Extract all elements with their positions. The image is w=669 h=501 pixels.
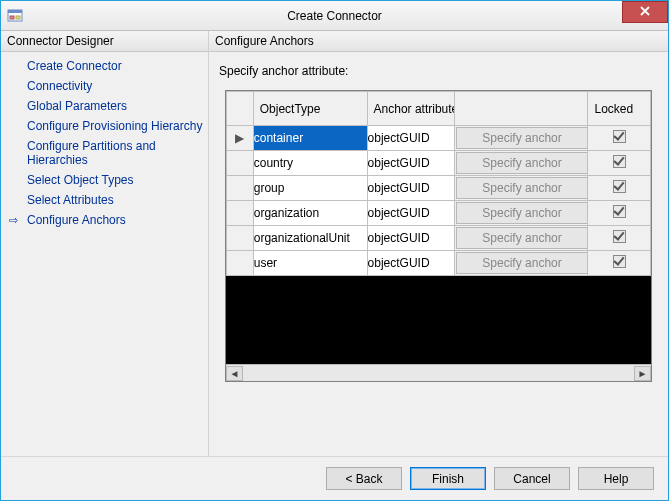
body: Connector Designer Create ConnectorConne… xyxy=(1,31,668,456)
svg-rect-3 xyxy=(16,16,20,19)
row-header[interactable]: ▶ xyxy=(227,126,254,151)
sidebar-item[interactable]: Select Object Types xyxy=(11,170,208,190)
cell-anchor[interactable]: objectGUID xyxy=(367,176,454,201)
help-button[interactable]: Help xyxy=(578,467,654,490)
locked-checkbox[interactable] xyxy=(613,230,626,243)
row-header[interactable] xyxy=(227,176,254,201)
grid-header-locked[interactable]: Locked xyxy=(588,92,651,126)
dialog-window: Create Connector Connector Designer Crea… xyxy=(0,0,669,501)
sidebar-item-label: Connectivity xyxy=(27,79,92,93)
scroll-left-icon[interactable]: ◄ xyxy=(226,366,243,381)
locked-checkbox[interactable] xyxy=(613,205,626,218)
cell-locked xyxy=(588,251,651,276)
grid-header-action[interactable] xyxy=(454,92,588,126)
table-row[interactable]: organizationobjectGUIDSpecify anchor xyxy=(227,201,651,226)
sidebar-item-label: Global Parameters xyxy=(27,99,127,113)
sidebar-item-label: Configure Provisioning Hierarchy xyxy=(27,119,202,133)
specify-anchor-button[interactable]: Specify anchor xyxy=(456,177,588,199)
main-panel: Configure Anchors Specify anchor attribu… xyxy=(209,31,668,456)
row-header[interactable] xyxy=(227,226,254,251)
grid-header-rowselector xyxy=(227,92,254,126)
sidebar-item-label: Configure Partitions and Hierarchies xyxy=(27,139,156,167)
cell-action: Specify anchor xyxy=(454,151,588,176)
cancel-button[interactable]: Cancel xyxy=(494,467,570,490)
cell-anchor[interactable]: objectGUID xyxy=(367,151,454,176)
row-header[interactable] xyxy=(227,201,254,226)
specify-anchor-button[interactable]: Specify anchor xyxy=(456,152,588,174)
table-row[interactable]: countryobjectGUIDSpecify anchor xyxy=(227,151,651,176)
instruction-label: Specify anchor attribute: xyxy=(209,52,668,86)
cell-objecttype[interactable]: country xyxy=(253,151,367,176)
scroll-right-icon[interactable]: ► xyxy=(634,366,651,381)
titlebar: Create Connector xyxy=(1,1,668,31)
locked-checkbox[interactable] xyxy=(613,180,626,193)
cell-action: Specify anchor xyxy=(454,226,588,251)
specify-anchor-button[interactable]: Specify anchor xyxy=(456,252,588,274)
row-header[interactable] xyxy=(227,251,254,276)
cell-objecttype[interactable]: group xyxy=(253,176,367,201)
table-row[interactable]: userobjectGUIDSpecify anchor xyxy=(227,251,651,276)
nav-arrow-icon: ⇨ xyxy=(9,214,18,227)
cell-objecttype[interactable]: container xyxy=(253,126,367,151)
main-header: Configure Anchors xyxy=(209,31,668,52)
cell-anchor[interactable]: objectGUID xyxy=(367,201,454,226)
table-row[interactable]: ▶containerobjectGUIDSpecify anchor xyxy=(227,126,651,151)
row-header[interactable] xyxy=(227,151,254,176)
cell-action: Specify anchor xyxy=(454,126,588,151)
app-icon xyxy=(7,8,23,24)
grid-wrap: ObjectType Anchor attribute Locked ▶cont… xyxy=(225,90,652,382)
cell-objecttype[interactable]: organizationalUnit xyxy=(253,226,367,251)
table-row[interactable]: organizationalUnitobjectGUIDSpecify anch… xyxy=(227,226,651,251)
sidebar-item-label: Select Object Types xyxy=(27,173,134,187)
sidebar-header: Connector Designer xyxy=(1,31,208,52)
cell-objecttype[interactable]: user xyxy=(253,251,367,276)
sidebar-item[interactable]: Configure Partitions and Hierarchies xyxy=(11,136,208,170)
specify-anchor-button[interactable]: Specify anchor xyxy=(456,227,588,249)
locked-checkbox[interactable] xyxy=(613,155,626,168)
grid-header-anchor[interactable]: Anchor attribute xyxy=(367,92,454,126)
cell-anchor[interactable]: objectGUID xyxy=(367,226,454,251)
cell-locked xyxy=(588,151,651,176)
cell-action: Specify anchor xyxy=(454,176,588,201)
nav-list: Create ConnectorConnectivityGlobal Param… xyxy=(1,52,208,234)
cell-anchor[interactable]: objectGUID xyxy=(367,251,454,276)
sidebar-item-label: Create Connector xyxy=(27,59,122,73)
sidebar-item[interactable]: ⇨Configure Anchors xyxy=(11,210,208,230)
sidebar-item[interactable]: Configure Provisioning Hierarchy xyxy=(11,116,208,136)
sidebar: Connector Designer Create ConnectorConne… xyxy=(1,31,209,456)
cell-locked xyxy=(588,226,651,251)
back-button[interactable]: < Back xyxy=(326,467,402,490)
window-title: Create Connector xyxy=(1,9,668,23)
table-row[interactable]: groupobjectGUIDSpecify anchor xyxy=(227,176,651,201)
close-button[interactable] xyxy=(622,1,668,23)
grid-header-row: ObjectType Anchor attribute Locked xyxy=(227,92,651,126)
locked-checkbox[interactable] xyxy=(613,130,626,143)
cell-anchor[interactable]: objectGUID xyxy=(367,126,454,151)
svg-rect-1 xyxy=(8,10,22,13)
finish-button[interactable]: Finish xyxy=(410,467,486,490)
sidebar-item-label: Configure Anchors xyxy=(27,213,126,227)
specify-anchor-button[interactable]: Specify anchor xyxy=(456,202,588,224)
cell-locked xyxy=(588,201,651,226)
sidebar-item[interactable]: Global Parameters xyxy=(11,96,208,116)
cell-action: Specify anchor xyxy=(454,201,588,226)
button-row: < Back Finish Cancel Help xyxy=(1,456,668,500)
cell-objecttype[interactable]: organization xyxy=(253,201,367,226)
cell-locked xyxy=(588,176,651,201)
specify-anchor-button[interactable]: Specify anchor xyxy=(456,127,588,149)
cell-action: Specify anchor xyxy=(454,251,588,276)
cell-locked xyxy=(588,126,651,151)
sidebar-item-label: Select Attributes xyxy=(27,193,114,207)
grid-empty-area xyxy=(226,276,651,364)
close-icon xyxy=(640,4,650,19)
svg-rect-2 xyxy=(10,16,14,19)
horizontal-scrollbar[interactable]: ◄ ► xyxy=(226,364,651,381)
sidebar-item[interactable]: Connectivity xyxy=(11,76,208,96)
sidebar-item[interactable]: Create Connector xyxy=(11,56,208,76)
grid-header-objecttype[interactable]: ObjectType xyxy=(253,92,367,126)
anchor-grid[interactable]: ObjectType Anchor attribute Locked ▶cont… xyxy=(226,91,651,276)
sidebar-item[interactable]: Select Attributes xyxy=(11,190,208,210)
locked-checkbox[interactable] xyxy=(613,255,626,268)
